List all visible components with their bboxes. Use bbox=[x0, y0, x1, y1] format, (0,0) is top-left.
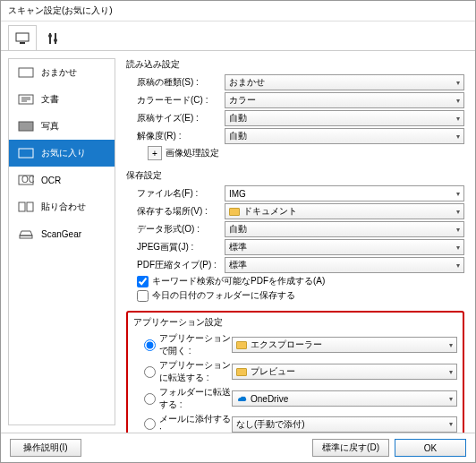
svg-rect-1 bbox=[20, 42, 25, 44]
svg-rect-17 bbox=[20, 236, 32, 238]
folder-icon bbox=[229, 208, 240, 216]
chevron-down-icon: ▾ bbox=[449, 368, 453, 376]
monitor-icon bbox=[14, 32, 30, 45]
radio-label: メールに添付する : bbox=[159, 413, 232, 433]
combo-send-app[interactable]: プレビュー▾ bbox=[232, 364, 457, 380]
document-icon bbox=[18, 93, 34, 106]
sidebar-item-photo[interactable]: 写真 bbox=[9, 113, 115, 140]
label-color-mode: カラーモード(C) : bbox=[126, 94, 225, 107]
ok-button[interactable]: OK bbox=[395, 439, 466, 457]
content-panel: 読み込み設定 原稿の種類(S) :おまかせ▾ カラーモード(C) :カラー▾ 原… bbox=[115, 51, 475, 433]
sidebar: おまかせ 文書 写真 お気に入り OCR OCR 貼り合わせ ScanGear bbox=[8, 58, 115, 425]
tab-scan-from-pc[interactable] bbox=[8, 25, 37, 50]
footer: 操作説明(I) 標準に戻す(D) OK bbox=[1, 433, 475, 462]
label-source-type: 原稿の種類(S) : bbox=[126, 76, 225, 89]
sidebar-item-label: 貼り合わせ bbox=[41, 201, 86, 213]
chevron-down-icon: ▾ bbox=[456, 115, 460, 123]
sidebar-item-label: 文書 bbox=[41, 93, 59, 106]
combo-paper-size[interactable]: 自動▾ bbox=[225, 110, 464, 126]
chevron-down-icon: ▾ bbox=[456, 226, 460, 234]
label-pdf-compression: PDF圧縮タイプ(P) : bbox=[126, 259, 225, 271]
section-save: 保存設定 ファイル名(F) :IMG▾ 保存する場所(V) :ドキュメント▾ デ… bbox=[126, 169, 464, 302]
sidebar-item-scangear[interactable]: ScanGear bbox=[9, 220, 115, 247]
svg-rect-15 bbox=[19, 202, 25, 211]
sidebar-item-label: ScanGear bbox=[41, 229, 81, 239]
chevron-down-icon: ▾ bbox=[456, 244, 460, 252]
svg-rect-6 bbox=[19, 68, 33, 77]
sidebar-item-label: おまかせ bbox=[41, 66, 77, 79]
tools-icon bbox=[46, 31, 60, 46]
scanner-icon bbox=[18, 227, 34, 240]
sidebar-item-auto[interactable]: おまかせ bbox=[9, 59, 115, 86]
chevron-down-icon: ▾ bbox=[456, 97, 460, 105]
help-button[interactable]: 操作説明(I) bbox=[10, 439, 81, 457]
radio-label: フォルダーに転送する : bbox=[159, 386, 232, 411]
input-filename[interactable]: IMG▾ bbox=[225, 185, 464, 201]
section-title: 保存設定 bbox=[126, 169, 464, 182]
label-data-format: データ形式(O) : bbox=[126, 223, 225, 236]
auto-icon bbox=[18, 66, 34, 79]
svg-text:OCR: OCR bbox=[21, 175, 34, 184]
checkbox-label: 今日の日付のフォルダーに保存する bbox=[152, 289, 295, 302]
svg-point-5 bbox=[54, 39, 57, 42]
chevron-down-icon: ▾ bbox=[456, 79, 460, 87]
radio-label: アプリケーションに転送する : bbox=[159, 359, 232, 384]
reset-button[interactable]: 標準に戻す(D) bbox=[312, 439, 389, 457]
ocr-icon: OCR bbox=[18, 174, 34, 186]
chevron-down-icon: ▾ bbox=[456, 208, 460, 216]
svg-rect-11 bbox=[19, 122, 33, 131]
favorite-icon bbox=[18, 147, 34, 159]
checkbox-searchable-pdf[interactable] bbox=[137, 276, 149, 287]
onedrive-icon bbox=[236, 393, 247, 404]
photo-icon bbox=[18, 120, 34, 133]
chevron-down-icon: ▾ bbox=[449, 341, 453, 349]
folder-icon bbox=[236, 341, 247, 349]
radio-label: アプリケーションで開く : bbox=[159, 332, 232, 357]
combo-source-type[interactable]: おまかせ▾ bbox=[225, 74, 464, 90]
label-image-processing: 画像処理設定 bbox=[166, 147, 219, 159]
toolbar bbox=[1, 21, 475, 51]
checkbox-label: キーワード検索が可能なPDFを作成する(A) bbox=[152, 275, 325, 287]
combo-resolution[interactable]: 自動▾ bbox=[225, 128, 464, 144]
label-resolution: 解像度(R) : bbox=[126, 130, 225, 142]
label-jpeg-quality: JPEG画質(J) : bbox=[126, 241, 225, 253]
chevron-down-icon: ▾ bbox=[449, 420, 453, 428]
sidebar-item-ocr[interactable]: OCR OCR bbox=[9, 167, 115, 193]
radio-send-folder[interactable] bbox=[144, 393, 156, 405]
label-save-location: 保存する場所(V) : bbox=[126, 205, 225, 218]
combo-data-format[interactable]: 自動▾ bbox=[225, 221, 464, 237]
chevron-down-icon: ▾ bbox=[456, 190, 460, 198]
sidebar-item-label: 写真 bbox=[41, 120, 59, 133]
folder-icon bbox=[236, 368, 247, 376]
svg-rect-12 bbox=[19, 149, 33, 158]
combo-color-mode[interactable]: カラー▾ bbox=[225, 92, 464, 108]
window-title: スキャン設定(お気に入り) bbox=[1, 1, 475, 21]
section-read: 読み込み設定 原稿の種類(S) :おまかせ▾ カラーモード(C) :カラー▾ 原… bbox=[126, 58, 464, 160]
combo-pdf-compression[interactable]: 標準▾ bbox=[225, 257, 464, 273]
combo-send-folder[interactable]: OneDrive▾ bbox=[232, 390, 457, 407]
radio-send-app[interactable] bbox=[144, 366, 156, 378]
radio-open-app[interactable] bbox=[144, 339, 156, 351]
sidebar-item-document[interactable]: 文書 bbox=[9, 86, 115, 113]
combo-jpeg-quality[interactable]: 標準▾ bbox=[225, 239, 464, 255]
chevron-down-icon: ▾ bbox=[449, 395, 453, 403]
label-paper-size: 原稿サイズ(E) : bbox=[126, 112, 225, 124]
expand-image-processing[interactable]: + bbox=[148, 146, 162, 160]
svg-rect-0 bbox=[16, 33, 29, 41]
sidebar-item-favorite[interactable]: お気に入り bbox=[9, 140, 115, 167]
tab-tools[interactable] bbox=[38, 25, 67, 50]
stitch-icon bbox=[18, 201, 34, 213]
svg-point-4 bbox=[48, 34, 52, 38]
combo-save-location[interactable]: ドキュメント▾ bbox=[225, 203, 464, 219]
sidebar-item-stitch[interactable]: 貼り合わせ bbox=[9, 193, 115, 220]
svg-rect-16 bbox=[27, 202, 33, 211]
combo-open-app[interactable]: エクスプローラー▾ bbox=[232, 337, 457, 353]
radio-attach-mail[interactable] bbox=[144, 418, 156, 430]
combo-attach-mail[interactable]: なし(手動で添付)▾ bbox=[232, 416, 457, 433]
label-filename: ファイル名(F) : bbox=[126, 187, 225, 200]
sidebar-item-label: OCR bbox=[41, 176, 61, 185]
section-application: アプリケーション設定 アプリケーションで開く :エクスプローラー▾ アプリケーシ… bbox=[126, 311, 464, 433]
section-title: 読み込み設定 bbox=[126, 58, 464, 71]
sidebar-item-label: お気に入り bbox=[41, 147, 86, 159]
checkbox-date-folder[interactable] bbox=[137, 290, 149, 302]
